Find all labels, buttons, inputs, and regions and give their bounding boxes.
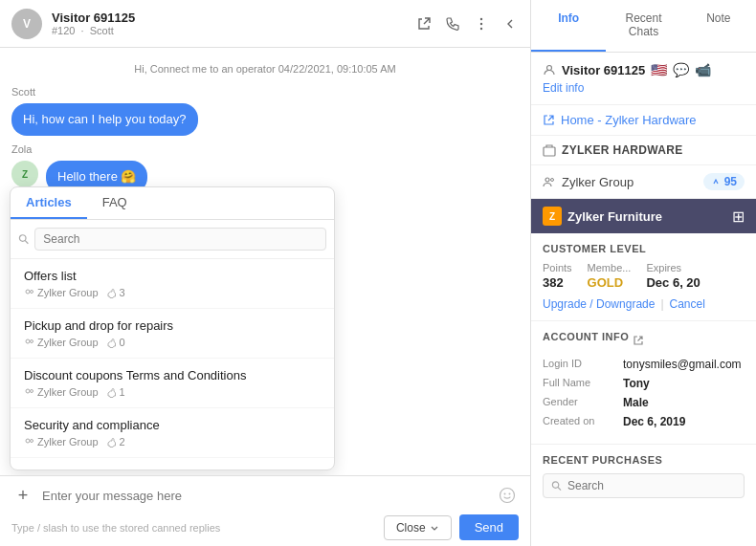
phone-icon[interactable] [444,15,461,33]
dropdown-items-list: Offers list Zylker Group 3 [11,259,334,470]
like-icon [106,288,117,298]
item-meta: Zylker Group 0 [24,337,321,348]
header-avatar: V [11,9,42,39]
purchases-search-bar[interactable] [543,473,745,498]
emoji-button[interactable] [496,484,519,507]
right-panel-tabs: Info Recent Chats Note [531,0,756,53]
furniture-expand-button[interactable]: ⊞ [732,207,745,226]
visitor-info-row: Visitor 691125 🇺🇸 💬 📹 [543,62,745,77]
svg-point-3 [19,235,26,242]
list-item[interactable]: Offers list Zylker Group 3 [11,259,334,309]
tab-info[interactable]: Info [531,0,606,52]
scott-sender-label: Scott [11,86,519,98]
svg-line-4 [25,240,28,243]
svg-point-2 [480,27,482,29]
login-id-row: Login ID tonysmiles@gmail.com [543,358,745,371]
add-attachment-button[interactable]: + [11,484,34,507]
header-info: Visitor 691125 #120 · Scott [52,11,415,36]
visitor-display-name: Visitor 691125 [562,63,645,77]
cancel-link[interactable]: Cancel [670,297,705,311]
customer-level-title: CUSTOMER LEVEL [543,243,745,254]
chat-header: V Visitor 691125 #120 · Scott [0,0,530,48]
svg-point-18 [547,66,552,71]
tab-faq[interactable]: FAQ [87,187,143,219]
item-title: Offers list [24,269,321,283]
scott-message-bubble: Hi, how can I help you today? [11,103,198,136]
svg-point-20 [545,178,549,182]
list-item[interactable]: Discount coupons Terms and Conditions Zy… [11,359,334,408]
svg-point-12 [31,439,33,442]
dropdown-tabs: Articles FAQ [11,187,334,220]
chat-input-area: + Type / slash to use the stored canned … [0,475,530,546]
membership-label: Membe... [588,262,632,273]
zola-sender-label: Zola [11,143,519,155]
furniture-brand-icon: Z [543,207,562,226]
expires-label: Expires [646,262,700,273]
visitor-person-icon [543,63,556,76]
chevron-down-icon [430,523,439,533]
gender-label: Gender [543,396,619,409]
svg-point-1 [480,22,482,24]
points-label: Points [543,262,572,273]
dropdown-search-input[interactable] [34,228,326,251]
item-meta: Zylker Group 2 [24,436,321,448]
chat-messages: Hi, Connect me to an operator 04/22/2021… [0,48,530,475]
tab-note[interactable]: Note [681,0,756,52]
created-value: Dec 6, 2019 [623,415,685,428]
header-visitor-name: Visitor 691125 [52,11,415,25]
zola-avatar: Z [11,161,38,187]
tab-recent-chats[interactable]: Recent Chats [606,0,680,52]
edit-info-link[interactable]: Edit info [543,81,745,95]
upgrade-downgrade-link[interactable]: Upgrade / Downgrade [543,297,655,311]
home-zylker-link[interactable]: Home - Zylker Hardware [531,105,756,136]
group-persons-icon [543,175,556,188]
score-badge: 95 [703,173,745,190]
item-likes: 0 [106,337,125,348]
item-group: Zylker Group [24,337,99,348]
svg-point-8 [31,339,33,342]
furniture-logo: Z Zylker Furniture [543,207,662,226]
group-icon [24,288,34,298]
svg-line-23 [558,487,561,490]
system-message: Hi, Connect me to an operator 04/22/2021… [11,63,519,75]
item-meta: Zylker Group 1 [24,386,321,398]
purchases-search-input[interactable] [567,479,736,492]
expires-value: Dec 6, 20 [646,275,700,290]
created-row: Created on Dec 6, 2019 [543,415,745,428]
external-link-icon[interactable] [415,15,433,33]
svg-point-11 [26,439,30,443]
fullname-value: Tony [623,377,650,390]
dropdown-search-bar[interactable] [11,220,334,259]
group-name-label: Zylker Group [562,175,698,189]
send-button[interactable]: Send [459,514,519,540]
tab-articles[interactable]: Articles [11,187,87,219]
collapse-icon[interactable] [501,15,519,33]
svg-point-9 [26,389,30,393]
expires-col: Expires Dec 6, 20 [646,262,700,290]
list-item[interactable]: Pickup and drop for repairs Zylker Group… [11,309,334,359]
svg-point-15 [500,489,515,503]
svg-rect-19 [544,147,555,156]
flag-us-icon: 🇺🇸 [651,62,667,77]
item-likes: 1 [106,386,125,398]
svg-point-17 [509,493,511,495]
header-ticket-info: #120 · Scott [52,25,415,36]
svg-point-6 [31,290,33,293]
furniture-card: Z Zylker Furniture ⊞ [531,199,756,233]
item-group: Zylker Group [24,436,99,448]
company-name-label: ZYLKER HARDWARE [562,143,683,157]
group-row: Zylker Group 95 [531,165,756,199]
list-item[interactable]: Returns and refund policy Zylker Group [11,458,334,470]
upgrade-row: Upgrade / Downgrade | Cancel [543,297,745,311]
list-item[interactable]: Security and compliance Zylker Group 2 [11,408,334,458]
message-input[interactable] [42,489,488,503]
link-icon [543,114,555,126]
more-options-icon[interactable] [473,15,490,33]
close-button[interactable]: Close [384,515,452,540]
svg-point-21 [551,179,554,182]
company-icon [543,143,556,157]
points-col: Points 382 [543,262,572,290]
item-title: Pickup and drop for repairs [24,318,321,333]
company-row: ZYLKER HARDWARE [531,136,756,165]
login-id-label: Login ID [543,358,619,371]
